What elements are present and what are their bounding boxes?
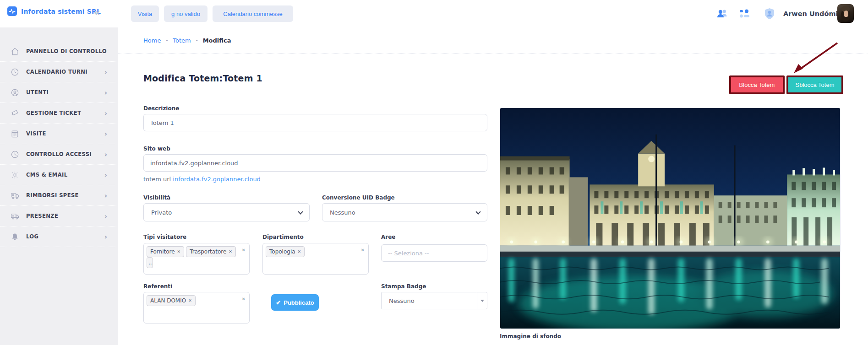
clear-all-icon[interactable]: ✕ [361,248,365,253]
chevron-right-icon: › [104,212,107,221]
chevron-right-icon: › [104,150,107,159]
pubblicato-label: Pubblicato [284,299,314,306]
sidebar-item-log[interactable]: LOG › [0,226,118,247]
check-icon: ✔ [276,299,281,306]
remove-tag-icon[interactable]: ✕ [177,249,181,254]
sidebar-item-calendario-turni[interactable]: CALENDARIO TURNI › [0,62,118,82]
avatar[interactable] [837,4,854,23]
tag-overflow: ... [147,257,153,268]
clear-all-icon[interactable]: ✕ [242,296,246,302]
remove-tag-icon[interactable]: ✕ [188,298,192,303]
page-title: Modifica Totem:Totem 1 [143,73,262,83]
background-image-preview [500,108,841,329]
conversione-uid-label: Conversione UID Badge [322,194,395,201]
chevron-right-icon: › [104,68,107,76]
breadcrumb-separator: • [165,38,168,43]
brand[interactable]: Infordata sistemi SRL [7,6,101,16]
breadcrumb-separator: • [196,38,198,43]
sidebar-item-label: LOG [26,233,38,240]
tipi-visitatore-multiselect[interactable]: Fornitore ✕ Trasportatore ✕ ... ✕ [143,243,250,275]
topbar: Infordata sistemi SRL « Visita g no vali… [0,0,868,27]
sidebar-item-label: CMS & EMAIL [26,172,67,178]
visita-button[interactable]: Visita [131,5,159,22]
sidebar-item-controllo-accessi[interactable]: CONTROLLO ACCESSI › [0,144,118,165]
tasks-icon[interactable] [738,8,751,20]
sidebar-item-visite[interactable]: VISITE › [0,124,118,144]
sidebar-item-presenze[interactable]: PRESENZE › [0,206,118,226]
stampa-badge-label: Stampa Badge [381,283,426,290]
g-no-valido-button[interactable]: g no valido [164,5,207,22]
stampa-badge-value: Nessuno [389,297,415,304]
sidebar-item-label: GESTIONE TICKET [26,110,81,116]
conversione-uid-select[interactable]: Nessuno [322,203,487,221]
image-caption: Immagine di sfondo [500,333,561,340]
cityscape-night-image [500,108,840,329]
dipartimento-label: Dipartimento [262,234,304,240]
breadcrumb-totem[interactable]: Totem [173,37,191,44]
chevron-right-icon: › [104,88,107,97]
sidebar-item-pannello-di-controllo[interactable]: PANNELLO DI CONTROLLO [0,41,118,62]
sidebar-item-label: CONTROLLO ACCESSI [26,151,92,157]
sblocca-totem-button[interactable]: Sblocca Totem [786,75,843,94]
user-name[interactable]: Arwen Undómiel [783,0,845,27]
referenti-label: Referenti [143,283,172,290]
tag-fornitore: Fornitore ✕ [147,246,184,257]
chevron-right-icon: › [104,109,107,118]
tag-trasportatore: Trasportatore ✕ [186,246,236,257]
user-circle-icon [11,88,19,97]
sidebar-item-label: PANNELLO DI CONTROLLO [26,48,107,54]
users-icon[interactable] [716,8,729,20]
blocca-totem-button[interactable]: Blocca Totem [729,75,785,94]
remove-tag-icon[interactable]: ✕ [298,249,301,254]
tipi-visitatore-label: Tipi visitatore [143,234,186,240]
descrizione-input[interactable] [143,114,487,131]
sito-web-label: Sito web [143,146,170,152]
sidebar-item-label: CALENDARIO TURNI [26,69,87,75]
tag-label: Trasportatore [190,248,226,255]
breadcrumb: Home • Totem • Modifica [118,27,868,54]
visibilita-label: Visibilità [143,194,170,201]
sidebar-item-label: VISITE [26,130,46,137]
dropdown-arrow-icon[interactable] [477,292,487,309]
truck-icon [11,212,19,221]
chevron-right-icon: › [104,129,107,138]
gear-icon [11,171,19,179]
calendario-commesse-button[interactable]: Calendario commesse [213,5,293,22]
sito-web-input[interactable] [143,154,487,172]
app-window: Infordata sistemi SRL « Visita g no vali… [0,0,868,345]
home-icon [11,47,19,56]
breadcrumb-current: Modifica [203,37,231,44]
remove-tag-icon[interactable]: ✕ [229,249,232,254]
brand-name: Infordata sistemi SRL [21,8,101,15]
pubblicato-button[interactable]: ✔ Pubblicato [271,294,319,311]
sidebar: PANNELLO DI CONTROLLO CALENDARIO TURNI ›… [0,27,118,345]
conversione-uid-value: Nessuno [330,209,355,216]
sidebar-item-rimborsi-spese[interactable]: RIMBORSI SPESE › [0,185,118,206]
visibilita-select[interactable]: Privato [143,203,310,221]
chevron-right-icon: › [104,171,107,179]
sidebar-item-cms-email[interactable]: CMS & EMAIL › [0,165,118,185]
referenti-multiselect[interactable]: ALAN DOMIO ✕ ✕ [143,292,250,323]
sidebar-collapse-icon[interactable]: « [94,7,100,18]
sidebar-item-label: UTENTI [26,89,49,96]
totem-url-helper: totem url infordata.fv2.goplanner.cloud [143,176,261,183]
visibilita-value: Privato [151,209,172,216]
tag-alan-domio: ALAN DOMIO ✕ [147,295,196,306]
sidebar-item-label: PRESENZE [26,213,58,219]
shield-user-icon[interactable] [763,8,776,20]
aree-input[interactable] [381,244,487,262]
dipartimento-multiselect[interactable]: Topologia ✕ ✕ [262,243,369,275]
clear-all-icon[interactable]: ✕ [242,248,246,253]
breadcrumb-home[interactable]: Home [143,37,161,44]
tag-topologia: Topologia ✕ [266,246,305,257]
sidebar-item-label: RIMBORSI SPESE [26,192,79,199]
chevron-right-icon: › [104,232,107,241]
stampa-badge-select[interactable]: Nessuno [381,292,487,309]
descrizione-label: Descrizione [143,105,179,112]
totem-url-link[interactable]: infordata.fv2.goplanner.cloud [173,176,261,183]
ticket-icon [11,109,19,118]
clipboard-icon [11,129,19,138]
brand-pulse-icon [7,6,17,16]
sidebar-item-utenti[interactable]: UTENTI › [0,82,118,103]
sidebar-item-gestione-ticket[interactable]: GESTIONE TICKET › [0,103,118,124]
